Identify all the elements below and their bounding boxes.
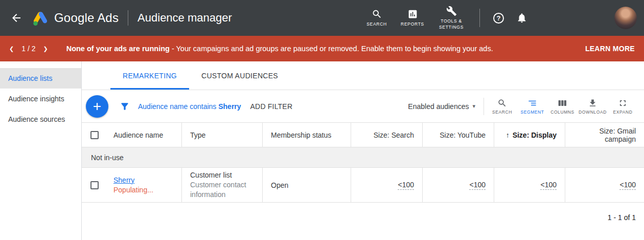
table-download-label: DOWNLOAD	[579, 110, 607, 115]
banner-pager-count: 1 / 2	[21, 45, 35, 53]
type-detail-text: Customer contact information	[190, 180, 254, 200]
size-youtube-value: <100	[469, 181, 486, 190]
banner-next-icon[interactable]: ❯	[43, 46, 48, 52]
column-header-size-display[interactable]: ↑ Size: Display	[494, 123, 565, 147]
topbar-search-label: SEARCH	[366, 21, 387, 27]
column-header-size-gmail[interactable]: Size: Gmail campaign	[565, 123, 644, 147]
group-row-not-in-use: Not in-use	[82, 147, 644, 168]
table-segment-button[interactable]: SEGMENT	[517, 98, 547, 115]
banner-message: None of your ads are running - Your camp…	[66, 45, 579, 53]
topbar-search-button[interactable]: SEARCH	[363, 9, 390, 27]
back-arrow-icon	[10, 12, 22, 24]
filter-chip-prefix: Audience name contains	[138, 102, 218, 111]
screen: Google Ads Audience manager SEARCH REPOR…	[0, 0, 644, 240]
columns-icon	[558, 98, 567, 108]
sidebar-nav: Audience lists Audience insights Audienc…	[0, 61, 82, 240]
audience-status-text: Populating...	[113, 185, 153, 195]
wrench-icon	[446, 6, 457, 16]
table-expand-label: EXPAND	[613, 110, 633, 115]
topbar-right: SEARCH REPORTS TOOLS & SETTINGS ?	[359, 6, 644, 30]
learn-more-link[interactable]: LEARN MORE	[585, 45, 635, 53]
filter-button[interactable]	[120, 101, 130, 112]
download-icon	[588, 98, 597, 108]
brand-name[interactable]: Google Ads	[54, 11, 119, 25]
pagination-text: 1 - 1 of 1	[608, 213, 636, 222]
bell-icon	[516, 12, 527, 24]
type-main-text: Customer list	[190, 170, 254, 180]
warning-banner: ❮ 1 / 2 ❯ None of your ads are running -…	[0, 36, 644, 61]
audience-view-dropdown[interactable]: Enabled audiences ▾	[408, 102, 475, 111]
topbar-tools-settings-button[interactable]: TOOLS & SETTINGS	[435, 6, 468, 30]
segment-icon	[527, 98, 537, 108]
column-header-type[interactable]: Type	[181, 123, 262, 147]
banner-message-rest: - Your campaigns and ad groups are pause…	[170, 45, 493, 53]
row-type-cell: Customer list Customer contact informati…	[181, 168, 262, 202]
back-button[interactable]	[10, 12, 22, 24]
group-label: Not in-use	[91, 154, 124, 162]
select-all-checkbox[interactable]	[90, 131, 99, 139]
google-ads-logo-icon[interactable]	[32, 9, 49, 27]
add-filter-button[interactable]: ADD FILTER	[250, 102, 293, 111]
column-header-size-youtube[interactable]: Size: YouTube	[422, 123, 494, 147]
table-columns-button[interactable]: COLUMNS	[547, 98, 578, 115]
row-membership-status-cell: Open	[262, 168, 351, 202]
topbar-divider-2	[479, 9, 480, 27]
account-avatar[interactable]	[614, 7, 637, 29]
filter-funnel-icon	[120, 101, 130, 112]
help-button[interactable]: ?	[493, 13, 504, 24]
column-header-audience-name[interactable]: Audience name	[107, 123, 181, 147]
row-audience-name-cell: Sherry Populating...	[107, 168, 181, 202]
search-icon	[497, 98, 507, 108]
column-header-membership-status[interactable]: Membership status	[262, 123, 351, 147]
sidebar-item-audience-lists[interactable]: Audience lists	[0, 68, 81, 89]
table-segment-label: SEGMENT	[520, 110, 544, 115]
tab-custom-audiences[interactable]: CUSTOM AUDIENCES	[189, 61, 290, 90]
table-toolbar: + Audience name contains Sherry ADD FILT…	[82, 90, 644, 123]
banner-message-bold: None of your ads are running	[66, 45, 170, 53]
plus-icon: +	[93, 98, 101, 115]
table-expand-button[interactable]: EXPAND	[608, 98, 638, 115]
topbar-reports-label: REPORTS	[401, 21, 424, 27]
table-search-label: SEARCH	[492, 110, 512, 115]
row-checkbox[interactable]	[90, 181, 99, 189]
size-search-value: <100	[398, 181, 414, 190]
row-size-gmail-cell: <100	[565, 168, 644, 202]
active-filter-chip[interactable]: Audience name contains Sherry	[138, 102, 241, 111]
row-size-search-cell: <100	[351, 168, 422, 202]
column-header-size-display-label: Size: Display	[513, 131, 557, 139]
sidebar-item-audience-sources[interactable]: Audience sources	[0, 109, 81, 129]
topbar-tools-settings-label: TOOLS & SETTINGS	[435, 18, 468, 30]
view-dropdown-value: Enabled audiences	[408, 102, 469, 111]
search-icon	[372, 9, 382, 19]
notifications-button[interactable]	[516, 12, 527, 24]
toolbar-divider	[484, 98, 484, 115]
sidebar-item-audience-insights[interactable]: Audience insights	[0, 89, 81, 109]
table-footer: 1 - 1 of 1	[82, 203, 644, 240]
size-display-value: <100	[540, 181, 557, 190]
sort-ascending-icon: ↑	[506, 131, 510, 139]
row-size-display-cell: <100	[494, 168, 565, 202]
topbar-left: Google Ads Audience manager	[0, 9, 232, 27]
row-size-youtube-cell: <100	[422, 168, 494, 202]
audience-name-link[interactable]: Sherry	[113, 176, 153, 185]
chevron-down-icon: ▾	[472, 103, 475, 110]
help-icon: ?	[497, 14, 501, 22]
topbar-divider	[128, 10, 128, 26]
add-audience-button[interactable]: +	[86, 95, 108, 118]
row-checkbox-cell	[82, 168, 107, 202]
content: Audience lists Audience insights Audienc…	[0, 61, 644, 240]
filter-chip-value: Sherry	[218, 102, 241, 111]
table-columns-label: COLUMNS	[550, 110, 574, 115]
table-download-button[interactable]: DOWNLOAD	[578, 98, 608, 115]
banner-prev-icon[interactable]: ❮	[9, 46, 14, 52]
tab-remarketing[interactable]: REMARKETING	[110, 61, 189, 90]
table-search-button[interactable]: SEARCH	[487, 98, 517, 115]
size-gmail-value: <100	[619, 181, 636, 190]
topbar-reports-button[interactable]: REPORTS	[399, 9, 426, 27]
page-title: Audience manager	[137, 11, 232, 25]
tab-bar: REMARKETING CUSTOM AUDIENCES	[82, 61, 644, 90]
table-header-row: Audience name Type Membership status Siz…	[82, 123, 644, 147]
column-header-size-search[interactable]: Size: Search	[351, 123, 422, 147]
header-checkbox-cell	[82, 123, 107, 147]
reports-chart-icon	[407, 9, 418, 19]
